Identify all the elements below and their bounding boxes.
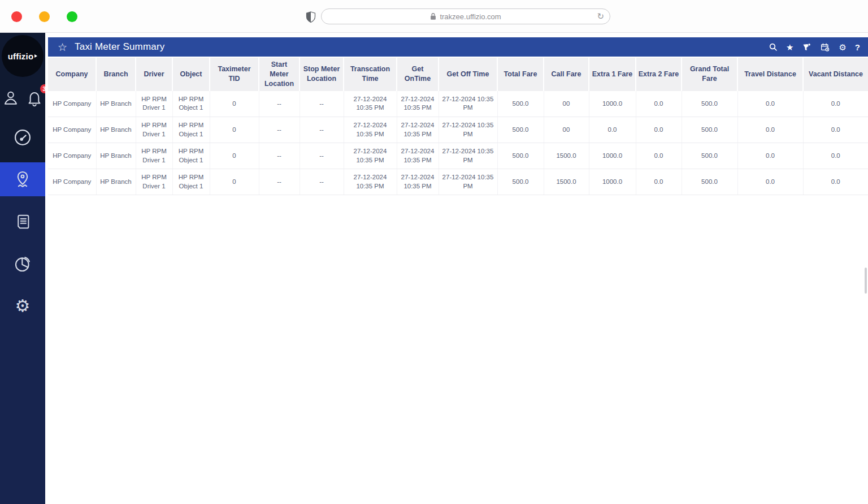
table-cell: --: [300, 117, 344, 143]
table-cell: HP RPM Object 1: [172, 91, 210, 117]
table-body: HP CompanyHP BranchHP RPM Driver 1HP RPM…: [48, 91, 868, 195]
table-row: HP CompanyHP BranchHP RPM Driver 1HP RPM…: [48, 143, 868, 169]
sidebar-item-user[interactable]: [2, 89, 20, 109]
table-cell: 00: [544, 91, 589, 117]
table-cell: 0.0: [636, 169, 682, 195]
sidebar-item-notifications[interactable]: 34: [25, 89, 44, 109]
table-row: HP CompanyHP BranchHP RPM Driver 1HP RPM…: [48, 91, 868, 117]
table-cell: 1500.0: [544, 169, 589, 195]
reload-icon[interactable]: ↻: [597, 11, 604, 21]
table-cell: 27-12-2024 10:35 PM: [344, 117, 397, 143]
location-pin-icon: [13, 170, 32, 189]
taxi-meter-summary-table: CompanyBranchDriverObjectTaximeter TIDSt…: [48, 58, 868, 195]
table-cell: HP RPM Object 1: [172, 143, 210, 169]
vertical-scrollbar-thumb[interactable]: [865, 268, 867, 294]
table-row: HP CompanyHP BranchHP RPM Driver 1HP RPM…: [48, 169, 868, 195]
column-header[interactable]: Call Fare: [544, 58, 589, 91]
star-icon[interactable]: ★: [786, 43, 793, 51]
column-header[interactable]: Stop Meter Location: [300, 58, 344, 91]
table-cell: HP Branch: [96, 117, 136, 143]
table-cell: HP Branch: [96, 143, 136, 169]
table-cell: 0: [210, 91, 259, 117]
schedule-icon[interactable]: [820, 42, 830, 52]
table-cell: 500.0: [682, 91, 737, 117]
zoom-button[interactable]: [67, 11, 77, 22]
column-header[interactable]: Branch: [96, 58, 136, 91]
page-title-bar: ☆ Taxi Meter Summary ★: [48, 37, 868, 57]
logo-text: uffizio: [8, 51, 34, 61]
sidebar-item-dashboard[interactable]: [0, 120, 45, 154]
table-cell: 500.0: [497, 91, 544, 117]
column-header[interactable]: Vacant Distance: [803, 58, 868, 91]
filter-icon[interactable]: [802, 42, 811, 52]
search-icon[interactable]: [769, 42, 778, 51]
table-cell: 500.0: [682, 143, 737, 169]
uffizio-logo[interactable]: uffizio: [2, 35, 44, 77]
table-cell: 0.0: [737, 143, 803, 169]
table-cell: 0.0: [737, 169, 803, 195]
table-cell: 27-12-2024 10:35 PM: [439, 91, 497, 117]
table-cell: HP Branch: [96, 91, 136, 117]
gear-icon[interactable]: ⚙: [839, 43, 846, 51]
table-cell: 27-12-2024 10:35 PM: [397, 169, 439, 195]
table-header-row: CompanyBranchDriverObjectTaximeter TIDSt…: [48, 58, 868, 91]
table-cell: 27-12-2024 10:35 PM: [439, 117, 497, 143]
table-cell: 1000.0: [589, 143, 636, 169]
table-cell: 0.0: [737, 91, 803, 117]
column-header[interactable]: Object: [172, 58, 210, 91]
table-cell: 0.0: [636, 117, 682, 143]
table-cell: HP Branch: [96, 169, 136, 195]
column-header[interactable]: Get Off Time: [439, 58, 497, 91]
table-cell: 0: [210, 143, 259, 169]
report-icon: [14, 213, 32, 231]
favorite-star-icon[interactable]: ☆: [58, 41, 67, 54]
column-header[interactable]: Get OnTime: [397, 58, 439, 91]
table-cell: 500.0: [682, 169, 737, 195]
sidebar-item-tracking[interactable]: [0, 162, 45, 196]
column-header[interactable]: Company: [48, 58, 96, 91]
column-header[interactable]: Extra 2 Fare: [636, 58, 682, 91]
table-cell: --: [259, 117, 300, 143]
sidebar-item-reports[interactable]: [0, 205, 45, 239]
column-header[interactable]: Start Meter Location: [259, 58, 300, 91]
table-cell: 0: [210, 169, 259, 195]
minimize-button[interactable]: [39, 11, 50, 22]
table-cell: HP RPM Driver 1: [136, 143, 172, 169]
sidebar-user-bell-row: 34: [0, 87, 45, 111]
sidebar-item-analytics[interactable]: [0, 247, 45, 281]
url-bar[interactable]: trakzee.uffizio.com ↻: [321, 8, 610, 24]
help-icon[interactable]: ?: [855, 43, 860, 51]
table-cell: 27-12-2024 10:35 PM: [397, 91, 439, 117]
table-cell: --: [300, 143, 344, 169]
column-header[interactable]: Taximeter TID: [210, 58, 259, 91]
shield-icon[interactable]: [306, 11, 316, 23]
column-header[interactable]: Extra 1 Fare: [589, 58, 636, 91]
person-icon: [2, 89, 20, 107]
table-cell: HP Company: [48, 169, 96, 195]
table-cell: HP Company: [48, 143, 96, 169]
table-cell: 500.0: [497, 117, 544, 143]
table-cell: 500.0: [682, 117, 737, 143]
column-header[interactable]: Driver: [136, 58, 172, 91]
title-bar-actions: ★ ⚙ ?: [769, 42, 860, 52]
table-cell: HP RPM Driver 1: [136, 117, 172, 143]
sidebar-item-settings[interactable]: ⚙: [0, 289, 45, 323]
table-cell: --: [259, 169, 300, 195]
close-button[interactable]: [11, 11, 22, 22]
table-cell: HP Company: [48, 117, 96, 143]
column-header[interactable]: Transcation Time: [344, 58, 397, 91]
column-header[interactable]: Travel Distance: [737, 58, 803, 91]
column-header[interactable]: Total Fare: [497, 58, 544, 91]
page-title: Taxi Meter Summary: [75, 41, 164, 53]
pie-chart-icon: [13, 255, 32, 274]
logo-arrow-icon: [34, 54, 37, 58]
table-cell: 0.0: [803, 91, 868, 117]
table-cell: 27-12-2024 10:35 PM: [439, 169, 497, 195]
table-cell: --: [259, 91, 300, 117]
table-cell: 1500.0: [544, 143, 589, 169]
column-header[interactable]: Grand Total Fare: [682, 58, 737, 91]
table-cell: HP RPM Object 1: [172, 169, 210, 195]
table-cell: 27-12-2024 10:35 PM: [439, 143, 497, 169]
table-cell: 27-12-2024 10:35 PM: [344, 143, 397, 169]
main-content: ☆ Taxi Meter Summary ★: [45, 33, 868, 504]
